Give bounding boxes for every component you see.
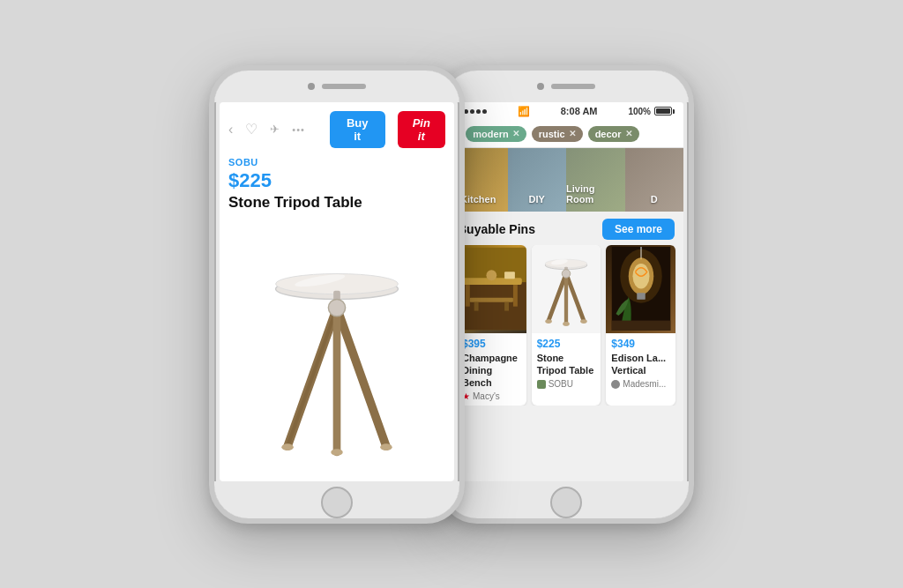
pin-info-1: $395 Champagne Dining Bench ★ Macy's — [457, 333, 526, 406]
status-time: 8:08 AM — [561, 106, 598, 116]
kitchen-label: Kitchen — [460, 194, 496, 205]
right-phone-bottom — [444, 481, 689, 524]
tripod-table-image — [249, 238, 425, 476]
category-living-room[interactable]: Living Room — [566, 148, 625, 212]
dining-bench-svg — [457, 247, 526, 331]
living-label: Living Room — [566, 183, 625, 205]
tag-decor[interactable]: decor ✕ — [588, 126, 639, 142]
svg-rect-16 — [513, 285, 518, 307]
tag-rustic-remove[interactable]: ✕ — [569, 129, 576, 138]
pin-info-2: $225 Stone Tripod Table SOBU — [532, 333, 601, 394]
home-button[interactable] — [321, 487, 353, 518]
left-screen-content: ‹ ♡ ✈ ••• Buy it Pin it SOBU $225 Stone … — [220, 102, 454, 481]
diy-label: DIY — [529, 194, 545, 205]
svg-rect-39 — [611, 321, 670, 331]
svg-rect-17 — [470, 298, 513, 302]
pin-store-label-3: Madesmi... — [623, 379, 666, 389]
product-price: $225 — [228, 169, 445, 192]
right-power[interactable] — [691, 172, 694, 204]
category-more[interactable]: D — [625, 148, 684, 212]
category-diy[interactable]: DIY — [508, 148, 567, 212]
pin-image-3 — [606, 245, 675, 333]
tripod-small-svg — [535, 247, 597, 331]
pin-name-1: Champagne Dining Bench — [462, 352, 521, 390]
categories-row: Kitchen DIY Living Room D — [449, 148, 683, 212]
speaker — [322, 84, 366, 89]
battery-pct: 100% — [628, 107, 651, 116]
svg-rect-15 — [466, 285, 470, 307]
buyable-pins-title: Buyable Pins — [458, 222, 535, 236]
svg-rect-38 — [637, 293, 646, 300]
right-camera — [537, 83, 544, 90]
tag-rustic-label: rustic — [539, 129, 565, 139]
left-phone: ‹ ♡ ✈ ••• Buy it Pin it SOBU $225 Stone … — [209, 65, 465, 524]
battery-tip — [673, 109, 675, 114]
pin-store-2: SOBU — [537, 379, 596, 389]
right-screen: 📶 8:08 AM 100% ‹ — [449, 102, 683, 481]
pins-grid: $395 Champagne Dining Bench ★ Macy's — [449, 245, 683, 406]
right-home-button[interactable] — [550, 487, 582, 518]
pin-store-label-2: SOBU — [549, 379, 573, 389]
svg-rect-21 — [504, 272, 515, 279]
right-phone-top-bar — [444, 71, 689, 102]
tag-decor-remove[interactable]: ✕ — [625, 129, 632, 138]
tag-modern-remove[interactable]: ✕ — [512, 129, 519, 138]
pin-card-1[interactable]: $395 Champagne Dining Bench ★ Macy's — [457, 245, 526, 406]
tag-decor-label: decor — [595, 129, 622, 139]
left-toolbar: ‹ ♡ ✈ ••• Buy it Pin it — [228, 111, 445, 148]
svg-rect-18 — [474, 302, 479, 311]
search-row: ‹ modern ✕ rustic ✕ decor ✕ — [449, 121, 683, 148]
status-right: 100% — [628, 107, 675, 116]
signal-dot-4 — [476, 109, 481, 114]
svg-point-20 — [486, 270, 496, 280]
status-bar: 📶 8:08 AM 100% — [449, 102, 683, 121]
svg-point-10 — [331, 449, 343, 456]
pin-price-2: $225 — [537, 338, 596, 350]
share-icon[interactable]: ✈ — [270, 123, 280, 136]
more-label: D — [651, 194, 658, 205]
see-more-button[interactable]: See more — [602, 219, 675, 240]
power-button[interactable] — [462, 172, 465, 204]
svg-point-9 — [380, 443, 392, 450]
pin-image-2 — [532, 245, 601, 333]
svg-line-5 — [287, 308, 337, 446]
pin-store-1: ★ Macy's — [462, 391, 521, 401]
right-phone: 📶 8:08 AM 100% ‹ — [438, 65, 694, 524]
pin-it-label: Pin it — [413, 116, 430, 143]
tag-rustic[interactable]: rustic ✕ — [532, 126, 583, 142]
pin-price-3: $349 — [611, 338, 670, 350]
battery-bar — [654, 107, 672, 115]
back-icon[interactable]: ‹ — [228, 122, 233, 138]
pin-store-label-1: Macy's — [473, 391, 500, 401]
heart-icon[interactable]: ♡ — [245, 121, 257, 138]
svg-point-30 — [580, 319, 587, 324]
svg-point-31 — [563, 322, 570, 326]
svg-line-26 — [549, 273, 566, 320]
more-icon[interactable]: ••• — [292, 124, 305, 135]
svg-point-32 — [562, 270, 571, 279]
phone-top-bar — [214, 71, 459, 102]
svg-point-29 — [545, 319, 552, 324]
sobu-icon — [537, 380, 546, 389]
vol-down-button[interactable] — [209, 190, 212, 212]
pin-card-2[interactable]: $225 Stone Tripod Table SOBU — [532, 245, 601, 406]
vol-up-button[interactable] — [209, 159, 212, 182]
phones-container: ‹ ♡ ✈ ••• Buy it Pin it SOBU $225 Stone … — [209, 65, 694, 524]
pin-info-3: $349 Edison La... Vertical Madesmi... — [606, 333, 675, 394]
right-speaker — [551, 84, 595, 89]
svg-line-27 — [566, 273, 584, 320]
tag-modern[interactable]: modern ✕ — [466, 126, 526, 142]
pin-button[interactable]: Pin it — [398, 111, 445, 148]
signal-dot-5 — [482, 109, 487, 114]
svg-point-11 — [328, 299, 345, 316]
pin-store-3: Madesmi... — [611, 379, 670, 389]
made-icon — [611, 380, 620, 389]
edison-svg — [610, 247, 672, 331]
svg-point-8 — [281, 443, 294, 450]
buyable-pins-header: Buyable Pins See more — [449, 212, 683, 245]
left-screen: ‹ ♡ ✈ ••• Buy it Pin it SOBU $225 Stone … — [220, 102, 454, 481]
buy-button[interactable]: Buy it — [330, 111, 385, 148]
pin-card-3[interactable]: $349 Edison La... Vertical Madesmi... — [606, 245, 675, 406]
pin-name-3: Edison La... Vertical — [611, 352, 670, 377]
phone-bottom — [214, 481, 459, 524]
